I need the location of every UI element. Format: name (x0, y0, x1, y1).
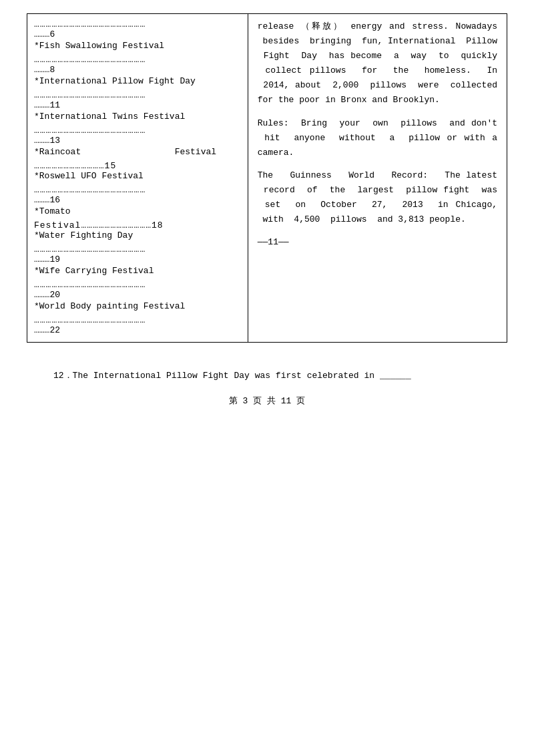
paragraph-1: release （释放） energy and stress. Nowadays… (258, 19, 497, 108)
toc-entry-raincoat: ………………………………………………… ………13 *Raincoat Fest… (34, 126, 241, 157)
festival-tomato: *Tomato (34, 206, 241, 216)
page-num-2: ………8 (34, 65, 241, 75)
festival-fish: *Fish Swallowing Festival (34, 41, 241, 51)
dots-6: ………………………………………………… (34, 185, 241, 195)
page-num-6: ………16 (34, 195, 241, 205)
dots-5: ………………………………15 (34, 161, 241, 171)
toc-column: ………………………………………………… ………6 *Fish Swallowin… (27, 14, 248, 343)
toc-entry-body: ………………………………………………… ………20 *World Body pa… (34, 280, 241, 311)
festival-raincoat: *Raincoat Festival (34, 147, 241, 157)
dots-6b: Festival………………………………18 (34, 220, 241, 230)
festival-body: *World Body painting Festival (34, 301, 241, 311)
toc-entry-twins: ………………………………………………… ………11 *International… (34, 90, 241, 122)
toc-entry-fish: ………………………………………………… ………6 *Fish Swallowin… (34, 19, 241, 51)
dots-7: ………………………………………………… (34, 244, 241, 254)
bottom-section: 12．The International Pillow Fight Day wa… (27, 363, 507, 413)
dots-9: ………………………………………………… (34, 315, 241, 325)
page-num-8: ………20 (34, 290, 241, 300)
festival-roswell: *Roswell UFO Festival (34, 171, 241, 181)
page-footer: 第 3 页 共 11 页 (53, 395, 481, 407)
page-container: ………………………………………………… ………6 *Fish Swallowin… (0, 0, 534, 756)
festival-pillow: *International Pillow Fight Day (34, 76, 241, 86)
page-num-3: ………11 (34, 100, 241, 110)
dots-2: ………………………………………………… (34, 55, 241, 65)
toc-entry-wife: ………………………………………………… ………19 *Wife Carrying… (34, 244, 241, 276)
page-marker: ——11—— (258, 235, 497, 250)
page-num-9: ………22 (34, 325, 241, 335)
article-column: release （释放） energy and stress. Nowadays… (248, 14, 507, 343)
festival-wife: *Wife Carrying Festival (34, 266, 241, 276)
toc-entry-pillow: ………………………………………………… ………8 *International … (34, 55, 241, 86)
paragraph-2: Rules: Bring your own pillows and don't … (258, 116, 497, 160)
paragraph-3: The Guinness World Record: The latest re… (258, 168, 497, 227)
dots-1: ………………………………………………… (34, 19, 241, 29)
dots-3: ………………………………………………… (34, 90, 241, 100)
festival-water: *Water Fighting Day (34, 230, 241, 240)
page-num-7: ………19 (34, 254, 241, 264)
toc-entry-roswell: ………………………………15 *Roswell UFO Festival (34, 161, 241, 181)
main-content-table: ………………………………………………… ………6 *Fish Swallowin… (27, 13, 507, 343)
page-num-1: ………6 (34, 29, 241, 39)
toc-entry-last: ………………………………………………… ………22 (34, 315, 241, 335)
dots-4: ………………………………………………… (34, 126, 241, 136)
festival-twins: *International Twins Festival (34, 112, 241, 122)
toc-entry-tomato: ………………………………………………… ………16 *Tomato Festiv… (34, 185, 241, 240)
dots-8: ………………………………………………… (34, 280, 241, 290)
page-num-4: ………13 (34, 136, 241, 146)
question-12: 12．The International Pillow Fight Day wa… (53, 369, 481, 381)
